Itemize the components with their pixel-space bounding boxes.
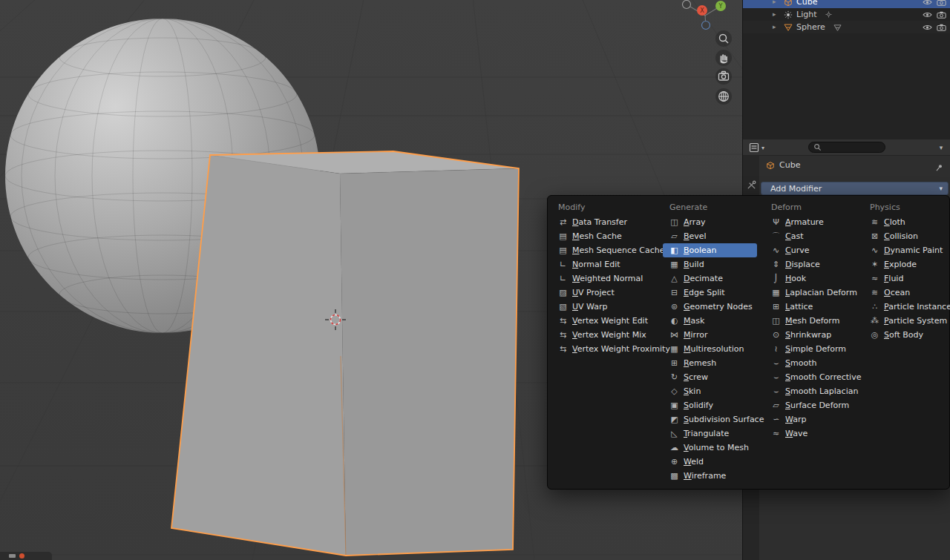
add-modifier-button[interactable]: Add Modifier ▾	[761, 182, 949, 195]
smooth-icon: ⌣	[771, 359, 781, 367]
camera-icon[interactable]	[937, 11, 946, 19]
menu-item-data-transfer[interactable]: ⇄Data Transfer	[551, 215, 655, 229]
tab-tool[interactable]	[745, 179, 757, 191]
menu-item-weld[interactable]: ⊕Weld	[663, 455, 757, 469]
chevron-down-icon: ▾	[940, 144, 943, 151]
menu-item-ocean[interactable]: ≋Ocean	[863, 286, 950, 300]
menu-item-mesh-cache[interactable]: ▤Mesh Cache	[551, 229, 655, 243]
menu-item-label: UV Warp	[572, 303, 608, 311]
menu-item-normal-edit[interactable]: ∟Normal Edit	[551, 257, 655, 271]
menu-item-vertex-weight-mix[interactable]: ⇆Vertex Weight Mix	[551, 328, 655, 342]
svg-text:Y: Y	[718, 3, 723, 10]
menu-item-wave[interactable]: ≈Wave	[764, 426, 856, 441]
camera-view-button[interactable]	[715, 68, 732, 85]
menu-item-vertex-weight-proximity[interactable]: ⇆Vertex Weight Proximity	[551, 342, 655, 356]
menu-item-mask[interactable]: ◐Mask	[663, 314, 757, 328]
disclosure-triangle-icon[interactable]: ▸	[773, 0, 780, 5]
subdivision-surface-icon: ◩	[669, 415, 679, 424]
orthographic-toggle-button[interactable]	[715, 88, 732, 105]
fluid-icon: ≈	[870, 274, 879, 283]
menu-item-mirror[interactable]: ⋈Mirror	[663, 328, 757, 342]
bevel-icon: ▱	[669, 232, 679, 240]
grid-sphere-icon	[715, 88, 732, 105]
menu-item-multiresolution[interactable]: ▦Multiresolution	[663, 342, 757, 356]
lattice-icon: ⊞	[771, 303, 781, 311]
menu-item-skin[interactable]: ◇Skin	[663, 384, 757, 398]
menu-item-wireframe[interactable]: ▩Wireframe	[663, 469, 757, 483]
menu-item-soft-body[interactable]: ◎Soft Body	[863, 328, 950, 342]
menu-item-weighted-normal[interactable]: ∟Weighted Normal	[551, 271, 655, 286]
properties-editor-icon	[749, 142, 759, 153]
screw-icon: ↻	[669, 373, 679, 381]
zoom-button[interactable]	[715, 30, 732, 47]
disclosure-triangle-icon[interactable]: ▸	[773, 24, 780, 30]
menu-item-boolean[interactable]: ◧Boolean	[663, 243, 757, 257]
outliner-row-toggles	[923, 0, 946, 8]
menu-item-uv-warp[interactable]: ▧UV Warp	[551, 300, 655, 314]
mesh-cube-icon	[766, 161, 775, 170]
pin-icon[interactable]	[935, 161, 943, 175]
eye-icon[interactable]	[923, 24, 932, 31]
menu-column-header: Physics	[859, 200, 950, 215]
menu-item-warp[interactable]: ∽Warp	[764, 412, 856, 426]
outliner-panel: ▸Cube▸Light▸Sphere	[742, 0, 950, 139]
mesh-sphere-icon	[784, 23, 793, 31]
menu-item-volume-to-mesh[interactable]: ☁Volume to Mesh	[663, 441, 757, 455]
outliner-row-cube[interactable]: ▸Cube	[743, 0, 950, 8]
menu-item-laplacian-deform[interactable]: ▦Laplacian Deform	[764, 286, 856, 300]
eye-icon[interactable]	[923, 11, 932, 19]
menu-item-label: Particle System	[884, 317, 947, 325]
outliner-row-light[interactable]: ▸Light	[743, 8, 950, 21]
camera-icon[interactable]	[937, 0, 946, 6]
menu-item-triangulate[interactable]: ◺Triangulate	[663, 426, 757, 441]
search-field[interactable]	[808, 142, 885, 153]
menu-item-screw[interactable]: ↻Screw	[663, 370, 757, 384]
menu-item-mesh-sequence-cache[interactable]: ▤Mesh Sequence Cache	[551, 243, 655, 257]
menu-item-solidify[interactable]: ▣Solidify	[663, 398, 757, 412]
menu-item-smooth-laplacian[interactable]: ⌣Smooth Laplacian	[764, 384, 856, 398]
menu-item-fluid[interactable]: ≈Fluid	[863, 271, 950, 286]
menu-item-simple-deform[interactable]: ≀Simple Deform	[764, 342, 856, 356]
filter-dropdown-button[interactable]: ▾	[935, 142, 947, 154]
menu-item-subdivision-surface[interactable]: ◩Subdivision Surface	[663, 412, 757, 426]
disclosure-triangle-icon[interactable]: ▸	[773, 11, 780, 18]
menu-item-build[interactable]: ▦Build	[663, 257, 757, 271]
menu-item-lattice[interactable]: ⊞Lattice	[764, 300, 856, 314]
search-input[interactable]	[825, 142, 880, 152]
menu-item-curve[interactable]: ∿Curve	[764, 243, 856, 257]
menu-item-label: Curve	[785, 246, 809, 254]
menu-item-label: Normal Edit	[572, 260, 620, 269]
menu-item-particle-instance[interactable]: ∴Particle Instance	[863, 300, 950, 314]
menu-item-cast[interactable]: ⌒Cast	[764, 229, 856, 243]
menu-item-smooth[interactable]: ⌣Smooth	[764, 356, 856, 370]
menu-item-uv-project[interactable]: ▨UV Project	[551, 286, 655, 300]
menu-item-explode[interactable]: ✶Explode	[863, 257, 950, 271]
eye-icon[interactable]	[923, 0, 932, 6]
editor-type-button[interactable]: ▾	[747, 142, 767, 154]
menu-item-vertex-weight-edit[interactable]: ⇆Vertex Weight Edit	[551, 314, 655, 328]
outliner-row-sphere[interactable]: ▸Sphere	[743, 21, 950, 33]
menu-item-particle-system[interactable]: ⁂Particle System	[863, 314, 950, 328]
pan-button[interactable]	[715, 50, 732, 66]
light-data-icon	[825, 10, 833, 19]
menu-item-hook[interactable]: ⌡Hook	[764, 271, 856, 286]
menu-item-dynamic-paint[interactable]: ∿Dynamic Paint	[863, 243, 950, 257]
menu-item-decimate[interactable]: △Decimate	[663, 271, 757, 286]
menu-item-geometry-nodes[interactable]: ⊚Geometry Nodes	[663, 300, 757, 314]
menu-item-bevel[interactable]: ▱Bevel	[663, 229, 757, 243]
cube-object[interactable]	[171, 151, 519, 556]
menu-item-edge-split[interactable]: ⊟Edge Split	[663, 286, 757, 300]
menu-item-displace[interactable]: ⇕Displace	[764, 257, 856, 271]
menu-item-smooth-corrective[interactable]: ⌣Smooth Corrective	[764, 370, 856, 384]
menu-column-modify: Modify⇄Data Transfer▤Mesh Cache▤Mesh Seq…	[548, 200, 659, 483]
menu-item-remesh[interactable]: ⊞Remesh	[663, 356, 757, 370]
menu-item-shrinkwrap[interactable]: ⊙Shrinkwrap	[764, 328, 856, 342]
menu-item-cloth[interactable]: ≋Cloth	[863, 215, 950, 229]
camera-icon[interactable]	[937, 24, 946, 31]
menu-item-surface-deform[interactable]: ▱Surface Deform	[764, 398, 856, 412]
menu-item-array[interactable]: ◫Array	[663, 215, 757, 229]
menu-item-armature[interactable]: ΨArmature	[764, 215, 856, 229]
menu-item-mesh-deform[interactable]: ◫Mesh Deform	[764, 314, 856, 328]
menu-item-collision[interactable]: ⊠Collision	[863, 229, 950, 243]
blender-window: Y X	[0, 0, 950, 560]
